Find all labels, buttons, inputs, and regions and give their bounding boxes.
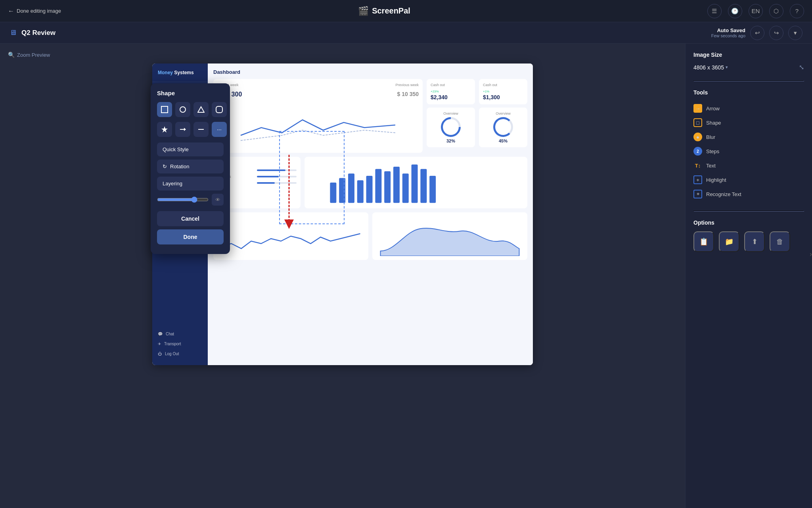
svg-rect-0 [330, 183, 336, 203]
back-button[interactable]: ← Done editing image [8, 8, 61, 15]
star-icon [161, 126, 168, 133]
shape-circle-button[interactable] [175, 102, 190, 117]
export-button[interactable]: ⬆ [744, 231, 765, 252]
trash-icon: 🗑 [776, 238, 783, 246]
rotation-item[interactable]: ↻ Rotation [157, 160, 224, 173]
recognize-tool-label: Recognize Text [706, 191, 741, 197]
overview2-pct: 45% [483, 139, 523, 143]
delete-button[interactable]: 🗑 [770, 231, 790, 252]
undo-button[interactable]: ↩ [750, 26, 764, 40]
back-label: Done editing image [17, 8, 61, 14]
steps-tool-label: Steps [706, 148, 719, 154]
redo-button[interactable]: ↪ [769, 26, 783, 40]
mail-income-bar [257, 169, 285, 171]
arrow-tool-label: Arrow [706, 106, 720, 112]
db-chart-area [217, 101, 419, 149]
app-logo-area: 🎬 ScreenPal [358, 6, 410, 16]
overview-row: Overview 32% Overview 45% [427, 108, 527, 147]
menu-icon-button[interactable]: ☰ [707, 4, 722, 18]
mail-review-bar-wrap [257, 182, 297, 184]
shape-panel-title: Shape [157, 90, 224, 96]
canvas-area[interactable]: 🔍 Zoom Preview Money Systems ⊞ Dashboard… [0, 44, 685, 508]
svg-rect-3 [357, 180, 364, 203]
square-icon [161, 106, 168, 113]
tools-title: Tools [693, 89, 804, 96]
history-icon-button[interactable]: 🕐 [728, 4, 742, 18]
shape-star-button[interactable] [157, 122, 172, 137]
layers-icon-button[interactable]: ⬡ [769, 4, 783, 18]
previous-week-label: Previous week [395, 83, 419, 87]
svg-rect-5 [375, 169, 381, 203]
done-button[interactable]: Done [157, 229, 224, 244]
line-chart-svg [220, 104, 416, 146]
tool-text[interactable]: T↕ Text [693, 158, 804, 173]
svg-rect-13 [161, 106, 168, 113]
logout-nav-icon: ⏻ [158, 352, 162, 356]
language-button[interactable]: EN [749, 4, 763, 18]
sidebar-item-transport[interactable]: ✈ Transport [152, 339, 208, 349]
sidebar-item-logout[interactable]: ⏻ Log Out [152, 349, 208, 359]
cashout-card-2: Cash out +1% $1,300 [479, 79, 527, 104]
cashout2-badge: +1% [483, 90, 489, 93]
db-sidebar-logo: Money Systems [152, 70, 208, 82]
autosave-title: Auto Saved [711, 27, 745, 33]
svg-point-14 [180, 107, 186, 112]
dropdown-button[interactable]: ▾ [788, 26, 802, 40]
overview1-label: Overview [431, 112, 471, 115]
tool-recognize[interactable]: ⌖ Recognize Text [693, 187, 804, 201]
help-icon-button[interactable]: ? [790, 4, 804, 18]
shape-square-button[interactable] [157, 102, 172, 117]
overview1-pct: 32% [431, 139, 471, 143]
db-stats-row: Current week Previous week $ 12 300 $ 10… [213, 79, 527, 153]
svg-rect-7 [393, 167, 400, 203]
shape-grid-row1 [157, 102, 224, 117]
editor-bar-right: Auto Saved Few seconds ago ↩ ↪ ▾ [711, 26, 802, 40]
tools-section: Tools → Arrow □ Shape ● Blur 2 Steps T↕ … [693, 89, 804, 201]
visibility-toggle-button[interactable]: 👁 [212, 194, 224, 206]
svg-rect-16 [216, 106, 222, 113]
chevron-down-icon: ▾ [726, 65, 728, 70]
svg-rect-2 [348, 173, 354, 203]
sidebar-item-chat[interactable]: 💬 Chat [152, 329, 208, 339]
svg-rect-4 [366, 176, 373, 203]
app-logo-icon: 🎬 [358, 6, 369, 16]
image-size-text: 4806 x 3605 [693, 64, 724, 71]
area-chart-svg [376, 216, 523, 256]
shape-line-button[interactable] [193, 122, 209, 137]
copy-button[interactable]: 📋 [693, 231, 714, 252]
db-bottom-section: Mails Income Answers [213, 157, 527, 208]
shape-rounded-button[interactable] [212, 102, 227, 117]
arrow-tool-icon: → [693, 104, 702, 113]
shape-triangle-button[interactable] [193, 102, 209, 117]
quick-style-item[interactable]: Quick Style [157, 142, 224, 156]
circle-icon [179, 106, 186, 113]
tool-shape[interactable]: □ Shape [693, 115, 804, 130]
overview2-label: Overview [483, 112, 523, 115]
svg-marker-19 [184, 128, 186, 131]
opacity-slider[interactable] [157, 196, 209, 203]
image-size-value-display[interactable]: 4806 x 3605 ▾ [693, 64, 728, 71]
sidebar-chat-label: Chat [166, 332, 174, 336]
layering-label: Layering [163, 181, 182, 187]
right-collapse-button[interactable]: › [810, 250, 812, 258]
zoom-label-area: 🔍 Zoom Preview [8, 52, 50, 58]
arrow-right-icon [179, 126, 186, 133]
shape-more-button[interactable]: ··· [212, 122, 227, 137]
folder-button[interactable]: 📁 [719, 231, 739, 252]
options-buttons-row: 📋 📁 ⬆ 🗑 [693, 231, 804, 252]
shape-grid-row2: ··· [157, 122, 224, 137]
blur-tool-label: Blur [706, 134, 715, 140]
svg-rect-9 [412, 164, 418, 203]
expand-icon-button[interactable]: ⤡ [799, 64, 804, 71]
more-icon: ··· [217, 126, 222, 133]
shape-arrow-button[interactable] [175, 122, 190, 137]
layering-item[interactable]: Layering [157, 177, 224, 190]
triangle-icon [197, 106, 205, 113]
tool-highlight[interactable]: + Highlight [693, 173, 804, 187]
tool-blur[interactable]: ● Blur [693, 130, 804, 144]
sidebar-transport-label: Transport [164, 342, 181, 346]
tool-arrow[interactable]: → Arrow [693, 101, 804, 115]
cancel-button[interactable]: Cancel [157, 211, 224, 226]
tool-steps[interactable]: 2 Steps [693, 144, 804, 158]
options-section: Options 📋 📁 ⬆ 🗑 [693, 219, 804, 252]
